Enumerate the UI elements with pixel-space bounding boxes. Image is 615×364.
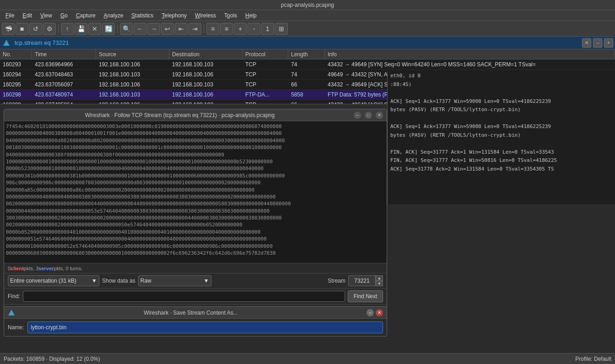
col-destination: Destination xyxy=(169,49,243,59)
menu-wireless[interactable]: Wireless xyxy=(191,11,220,20)
menu-view[interactable]: View xyxy=(37,11,56,20)
stream-step-up[interactable]: ▲ xyxy=(376,275,383,281)
conversation-dropdown[interactable]: Entire conversation (31 kB) ▼ xyxy=(8,275,99,286)
info-line: :88:45) xyxy=(388,80,615,89)
stream-line: 000000440000000000000000000053e574640400… xyxy=(6,208,385,214)
packet-info-panel: eth0, id 0 :88:45) ACK] Seq=1 Ack=17377 … xyxy=(387,72,615,204)
toolbar-colorize[interactable]: ≡ xyxy=(206,23,219,35)
col-info: Info xyxy=(325,49,615,59)
find-input[interactable] xyxy=(23,291,345,302)
stream-line: 0000b05200000000000004010000000000000040… xyxy=(6,229,385,236)
menu-go[interactable]: Go xyxy=(57,11,71,20)
save-close-button[interactable]: ✕ xyxy=(376,309,383,316)
stream-line: 1000000000000010000000050000001000000000… xyxy=(6,158,385,165)
toolbar-sep-3 xyxy=(204,24,204,33)
menu-tools[interactable]: Tools xyxy=(221,11,241,20)
info-line: bytes (PASV) (RETR /TOOLS/lytton-crypt.b… xyxy=(388,106,615,114)
stream-line: 3803000000000000020000000000000020000000… xyxy=(6,214,385,221)
filter-bookmark[interactable]: + xyxy=(604,38,613,48)
filter-input[interactable]: tcp.stream eq 73221 xyxy=(13,39,580,46)
stream-controls-1: Entire conversation (31 kB) ▼ Show data … xyxy=(4,273,387,288)
toolbar-save[interactable]: 💾 xyxy=(75,23,87,35)
toolbar-logo: 🦈 xyxy=(2,23,15,35)
cell-proto: TCP xyxy=(243,100,288,104)
cell-time: 423.637480974 xyxy=(32,90,96,99)
cell-len: 74 xyxy=(288,59,325,69)
stream-content: 7f454c4602010100000000000000000003003e00… xyxy=(4,121,387,263)
toolbar-goto[interactable]: ↩ xyxy=(161,23,174,35)
stream-step-down[interactable]: ▼ xyxy=(376,281,383,286)
dialog-maximize-btn[interactable]: □ xyxy=(365,112,372,119)
stream-num-control: Stream ▲ ▼ xyxy=(328,275,383,286)
menu-capture[interactable]: Capture xyxy=(72,11,99,20)
toolbar-zoom-out[interactable]: - xyxy=(248,23,260,35)
save-name-label: Name: xyxy=(8,324,24,331)
cell-dst: 192.168.100.106 xyxy=(169,70,243,79)
toolbar-close[interactable]: ✕ xyxy=(88,23,101,35)
toolbar-resize[interactable]: ⊞ xyxy=(275,23,288,35)
title-text: pcap-analysis.pcapng xyxy=(281,2,334,8)
pkts-text-1: pkts, 3 xyxy=(24,266,38,271)
find-label: Find: xyxy=(8,293,20,300)
cell-proto: TCP xyxy=(243,80,288,89)
info-line xyxy=(388,89,615,97)
stream-stats-bar: 0 client pkts, 3 server pkts, 0 turns. xyxy=(4,263,387,273)
toolbar-restart[interactable]: ↺ xyxy=(29,23,42,35)
stream-number-input[interactable] xyxy=(348,275,376,286)
stream-line: 0000000068030000000000068030000000000010… xyxy=(6,250,385,257)
status-packets: Packets: 160859 · Displayed: 12 (0.0%) xyxy=(4,356,100,362)
toolbar-open[interactable]: ↑ xyxy=(61,23,74,35)
menu-telephony[interactable]: Telephony xyxy=(158,11,190,20)
save-minimize-btn[interactable]: – xyxy=(367,309,374,316)
stream-line: 0000000000004000380008d0040001001f001e00… xyxy=(6,130,385,137)
save-name-input[interactable] xyxy=(27,321,383,333)
pkts-text-2: pkts, 0 turns. xyxy=(54,266,82,271)
toolbar-first[interactable]: ⇤ xyxy=(175,23,188,35)
dialog-close-btn[interactable]: ✕ xyxy=(376,112,383,119)
info-line: bytes (PASV) (RETR /TOOLS/lytton-crypt.b… xyxy=(388,131,615,140)
stream-line: 0020000000000000020000000000000080000050… xyxy=(6,221,385,228)
stream-line: 0400000000000000380f000000000000380f0000… xyxy=(6,151,385,158)
cell-info: 43432 → 49649 [SYN] Seq=0 Win=64240 Len=… xyxy=(325,59,615,69)
table-row[interactable]: 160293 423.636964966 192.168.100.106 192… xyxy=(0,59,615,70)
cell-src: 192.168.100.106 xyxy=(96,80,169,89)
menu-help[interactable]: Help xyxy=(242,11,260,20)
info-line: ACK] Seq=1 Ack=17377 Win=59008 Len=0 TSv… xyxy=(388,97,615,106)
toolbar-autoscroll[interactable]: ≡ xyxy=(220,23,233,35)
cell-dst: 192.168.100.103 xyxy=(169,100,243,104)
cell-src: 192.168.100.103 xyxy=(96,70,169,79)
filter-apply[interactable]: → xyxy=(593,38,602,48)
filter-clear[interactable]: ✕ xyxy=(582,38,591,48)
menu-statistics[interactable]: Statistics xyxy=(128,11,157,20)
client-label: client xyxy=(11,266,24,271)
toolbar-reload[interactable]: 🔄 xyxy=(102,23,115,35)
cell-time: 423.637485864 xyxy=(32,100,96,104)
menu-analyze[interactable]: Analyze xyxy=(100,11,127,20)
toolbar-zoom-in[interactable]: + xyxy=(234,23,247,35)
cell-no: 160293 xyxy=(0,59,32,69)
show-data-value: Raw xyxy=(140,278,151,284)
stream-line: 04000000000000000d8020000000d80200000000… xyxy=(6,137,385,144)
toolbar-last[interactable]: ⇥ xyxy=(189,23,201,35)
cell-len: 74 xyxy=(288,70,325,79)
toolbar-stop[interactable]: ■ xyxy=(16,23,28,35)
stream-stepper[interactable]: ▲ ▼ xyxy=(376,275,383,286)
find-next-button[interactable]: Find Next xyxy=(348,290,383,302)
stream-line: 0000000051e57464060000000000000000000000… xyxy=(6,236,385,242)
toolbar-forward[interactable]: → xyxy=(147,23,160,35)
dialog-minimize-btn[interactable]: – xyxy=(354,112,361,119)
show-data-dropdown[interactable]: Raw ▼ xyxy=(138,275,211,286)
save-dialog-title: Wireshark · Save Stream Content As... xyxy=(15,310,367,316)
toolbar-options[interactable]: ⚙ xyxy=(43,23,56,35)
cell-no: 160299 xyxy=(0,100,32,104)
tcp-stream-title: Wireshark · Follow TCP Stream (tcp.strea… xyxy=(8,112,352,118)
menu-edit[interactable]: Edit xyxy=(19,11,36,20)
menu-file[interactable]: File xyxy=(2,11,18,20)
stream-line: 000000381b00000000000381b000000000000000… xyxy=(6,172,385,179)
info-line xyxy=(388,139,615,148)
toolbar-zoom-reset[interactable]: 1 xyxy=(261,23,274,35)
toolbar-search[interactable]: 🔍 xyxy=(120,23,133,35)
toolbar-back[interactable]: ← xyxy=(134,23,146,35)
stream-label: Stream xyxy=(328,278,345,284)
cell-proto: TCP xyxy=(243,59,288,69)
